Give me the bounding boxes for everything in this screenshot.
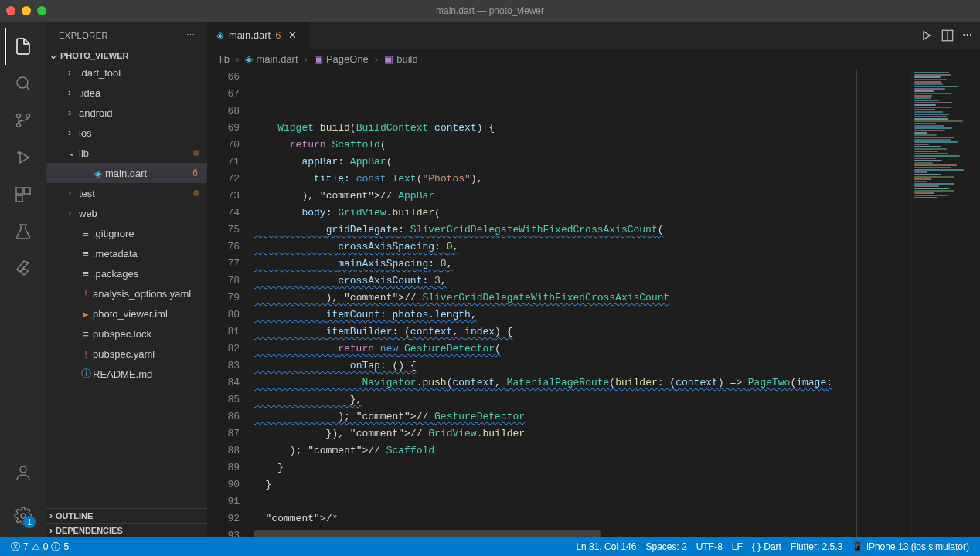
split-editor-button[interactable] — [941, 29, 954, 42]
svg-point-1 — [17, 114, 21, 118]
activity-bar: 1 — [0, 22, 46, 537]
status-encoding[interactable]: UTF-8 — [692, 541, 727, 552]
run-debug-activity[interactable] — [5, 139, 42, 176]
error-icon: ⓧ — [11, 541, 20, 554]
status-indent[interactable]: Spaces: 2 — [641, 541, 691, 552]
brackets-icon: { } — [752, 541, 761, 552]
tree-item-analysis-options-yaml[interactable]: !analysis_options.yaml — [46, 283, 207, 303]
minimap[interactable] — [910, 69, 980, 537]
dependencies-label: DEPENDENCIES — [56, 526, 123, 535]
dart-icon: ◈ — [91, 168, 105, 179]
tree-item--gitignore[interactable]: ≡.gitignore — [46, 223, 207, 243]
flutter-icon — [14, 259, 32, 278]
editor-body[interactable]: 6667686970717273747576777879808182838485… — [207, 69, 980, 537]
status-eol[interactable]: LF — [727, 541, 747, 552]
explorer-activity[interactable] — [5, 28, 42, 65]
tree-item-readme-md[interactable]: ⓘREADME.md — [46, 364, 207, 384]
chevron-right-icon: › — [68, 67, 79, 78]
tree-item-label: test — [79, 188, 95, 199]
tree-item-label: .packages — [93, 268, 138, 280]
tree-item-label: README.md — [93, 368, 152, 380]
method-icon: ▣ — [384, 53, 393, 65]
run-button[interactable] — [919, 29, 933, 42]
sidebar-more-actions[interactable]: ⋯ — [186, 30, 196, 40]
window-title: main.dart — photo_viewer — [436, 5, 544, 16]
close-window-button[interactable] — [6, 6, 15, 15]
debug-icon — [14, 148, 32, 167]
tree-item-android[interactable]: ›android — [46, 103, 207, 123]
tab-main-dart[interactable]: ◈ main.dart 6 ✕ — [207, 22, 310, 49]
search-activity[interactable] — [5, 65, 42, 102]
more-actions-button[interactable]: ⋯ — [962, 29, 972, 42]
tree-item-ios[interactable]: ›ios — [46, 123, 207, 143]
tree-item-pubspec-yaml[interactable]: !pubspec.yaml — [46, 344, 207, 364]
outline-label: OUTLINE — [56, 511, 93, 520]
status-flutter[interactable]: Flutter: 2.5.3 — [786, 541, 847, 552]
tree-item-label: web — [79, 208, 97, 219]
svg-point-0 — [17, 77, 28, 88]
tree-item--packages[interactable]: ≡.packages — [46, 263, 207, 283]
svg-rect-5 — [16, 188, 22, 194]
breadcrumb-segment[interactable]: PageOne — [326, 53, 369, 65]
source-control-activity[interactable] — [5, 102, 42, 139]
tree-item-label: lib — [79, 147, 89, 159]
code-content[interactable]: Widget build(BuildContext context) { ret… — [254, 69, 910, 537]
editor-area: ◈ main.dart 6 ✕ ⋯ lib › ◈ main.dart › ▣ … — [207, 22, 980, 537]
breadcrumb-segment[interactable]: main.dart — [256, 53, 298, 65]
extensions-icon — [14, 185, 32, 204]
status-language[interactable]: { }Dart — [747, 541, 786, 552]
breadcrumb[interactable]: lib › ◈ main.dart › ▣ PageOne › ▣ build — [207, 49, 980, 69]
tree-item-web[interactable]: ›web — [46, 203, 207, 223]
dart-icon: ◈ — [245, 53, 253, 65]
tree-item-label: photo_viewer.iml — [93, 308, 168, 320]
tree-item-label: ios — [79, 127, 92, 139]
extensions-activity[interactable] — [5, 176, 42, 213]
yaml-icon: ! — [79, 288, 93, 300]
status-cursor[interactable]: Ln 81, Col 146 — [571, 541, 641, 552]
sidebar-title: EXPLORER — [59, 31, 108, 40]
tree-item-test[interactable]: ›test — [46, 183, 207, 203]
chevron-down-icon: ⌄ — [68, 147, 79, 158]
tree-item-photo-viewer-iml[interactable]: ▸photo_viewer.iml — [46, 303, 207, 324]
tree-item-label: main.dart — [105, 168, 147, 179]
line-numbers: 6667686970717273747576777879808182838485… — [207, 69, 254, 537]
explorer-tree: ⌄ PHOTO_VIEWER ›.dart_tool›.idea›android… — [46, 49, 207, 508]
breadcrumb-segment[interactable]: lib — [219, 53, 230, 65]
tree-item-label: .metadata — [93, 248, 138, 259]
beaker-icon — [14, 222, 32, 241]
flutter-activity[interactable] — [5, 250, 42, 287]
accounts-activity[interactable] — [5, 454, 42, 491]
tree-item-pubspec-lock[interactable]: ≡pubspec.lock — [46, 324, 207, 344]
chevron-right-icon: › — [301, 53, 311, 65]
maximize-window-button[interactable] — [37, 6, 46, 15]
minimize-window-button[interactable] — [22, 6, 31, 15]
chevron-right-icon: › — [68, 87, 79, 98]
horizontal-scrollbar[interactable] — [254, 530, 601, 537]
tree-item-main-dart[interactable]: ◈main.dart6 — [46, 163, 207, 183]
xml-icon: ▸ — [79, 308, 93, 320]
tree-item--idea[interactable]: ›.idea — [46, 83, 207, 103]
yaml-icon: ! — [79, 348, 93, 360]
breadcrumb-segment[interactable]: build — [396, 53, 417, 65]
dependencies-section[interactable]: ›DEPENDENCIES — [46, 523, 207, 537]
project-name: PHOTO_VIEWER — [60, 51, 128, 60]
chevron-right-icon: › — [372, 53, 381, 65]
status-problems[interactable]: ⓧ7 ⚠0 ⓘ5 — [6, 537, 73, 556]
info-icon: ⓘ — [79, 367, 93, 381]
tree-item-label: analysis_options.yaml — [93, 288, 191, 300]
settings-activity[interactable]: 1 — [5, 497, 42, 534]
testing-activity[interactable] — [5, 213, 42, 250]
chevron-right-icon: › — [68, 107, 79, 118]
outline-section[interactable]: ›OUTLINE — [46, 508, 207, 523]
tree-item-lib[interactable]: ⌄lib — [46, 143, 207, 163]
project-root[interactable]: ⌄ PHOTO_VIEWER — [46, 49, 207, 63]
tree-item--metadata[interactable]: ≡.metadata — [46, 243, 207, 263]
svg-rect-6 — [24, 188, 30, 194]
tab-close-button[interactable]: ✕ — [285, 29, 300, 41]
tree-item-label: .idea — [79, 87, 100, 99]
settings-badge: 1 — [23, 516, 36, 528]
file-icon: ≡ — [79, 328, 93, 340]
tree-item--dart-tool[interactable]: ›.dart_tool — [46, 63, 207, 83]
status-device[interactable]: 📱iPhone 13 (ios simulator) — [847, 541, 974, 552]
status-bar: ⓧ7 ⚠0 ⓘ5 Ln 81, Col 146 Spaces: 2 UTF-8 … — [0, 537, 980, 556]
